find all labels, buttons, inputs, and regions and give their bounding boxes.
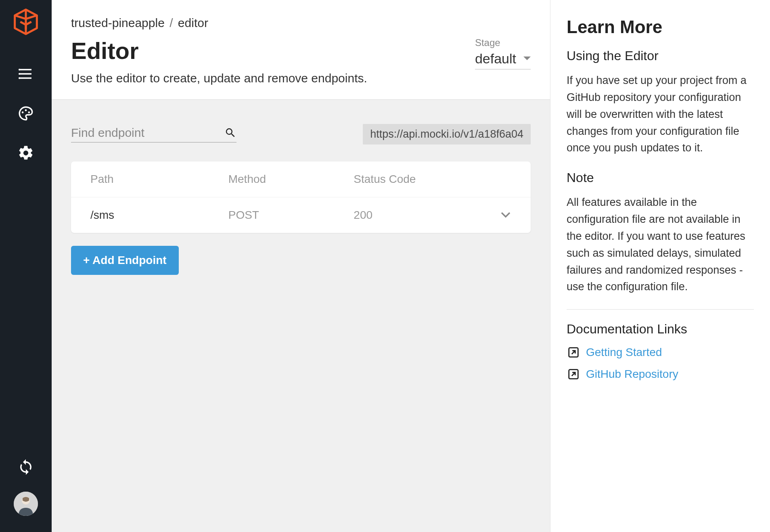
doc-link-label: GitHub Repository xyxy=(586,368,678,381)
table-header-path: Path xyxy=(90,173,228,186)
table-header-status: Status Code xyxy=(354,173,479,186)
breadcrumb: trusted-pineapple / editor xyxy=(71,16,531,30)
doc-link-label: Getting Started xyxy=(586,346,662,359)
search-wrapper xyxy=(71,126,236,142)
theme-icon[interactable] xyxy=(17,105,34,122)
learn-more-panel: Learn More Using the Editor If you have … xyxy=(550,0,770,532)
chevron-down-icon[interactable] xyxy=(500,212,511,218)
logo-icon[interactable] xyxy=(11,7,40,38)
stage-label: Stage xyxy=(475,37,531,48)
cell-method: POST xyxy=(228,209,354,222)
cell-status: 200 xyxy=(354,209,479,222)
page-subtitle: Use the editor to create, update and rem… xyxy=(71,71,367,85)
docs-heading: Documentation Links xyxy=(567,322,754,337)
sync-icon[interactable] xyxy=(17,459,34,475)
external-link-icon xyxy=(567,367,580,381)
doc-link-github-repo[interactable]: GitHub Repository xyxy=(567,367,754,381)
add-endpoint-button[interactable]: + Add Endpoint xyxy=(71,246,179,275)
endpoints-table: Path Method Status Code /sms POST 200 xyxy=(71,161,531,233)
doc-link-getting-started[interactable]: Getting Started xyxy=(567,346,754,359)
svg-point-5 xyxy=(28,111,30,113)
svg-point-1 xyxy=(19,73,21,75)
sidebar-nav xyxy=(0,0,52,532)
table-header-row: Path Method Status Code xyxy=(71,161,531,197)
search-icon[interactable] xyxy=(224,126,236,140)
external-link-icon xyxy=(567,346,580,359)
settings-icon[interactable] xyxy=(17,145,34,161)
breadcrumb-project[interactable]: trusted-pineapple xyxy=(71,16,165,29)
chevron-down-icon xyxy=(523,57,531,61)
table-header-method: Method xyxy=(228,173,354,186)
endpoints-icon[interactable] xyxy=(17,65,34,82)
table-row[interactable]: /sms POST 200 xyxy=(71,197,531,233)
learn-more-title: Learn More xyxy=(567,17,754,37)
search-input[interactable] xyxy=(71,126,224,140)
breadcrumb-section[interactable]: editor xyxy=(178,16,208,29)
svg-point-3 xyxy=(22,111,24,113)
using-editor-body: If you have set up your project from a G… xyxy=(567,72,754,157)
stage-select[interactable]: default xyxy=(475,51,531,69)
note-body: All features available in the configurat… xyxy=(567,194,754,295)
breadcrumb-separator: / xyxy=(169,16,173,29)
svg-point-4 xyxy=(25,109,27,111)
stage-value: default xyxy=(475,51,516,67)
page-title: Editor xyxy=(71,37,367,64)
user-avatar[interactable] xyxy=(14,492,38,516)
divider xyxy=(567,309,754,310)
note-heading: Note xyxy=(567,170,754,185)
cell-path: /sms xyxy=(90,209,228,222)
svg-point-0 xyxy=(19,69,21,71)
api-url[interactable]: https://api.mocki.io/v1/a18f6a04 xyxy=(363,124,531,145)
svg-point-2 xyxy=(19,77,21,79)
using-editor-heading: Using the Editor xyxy=(567,48,754,63)
